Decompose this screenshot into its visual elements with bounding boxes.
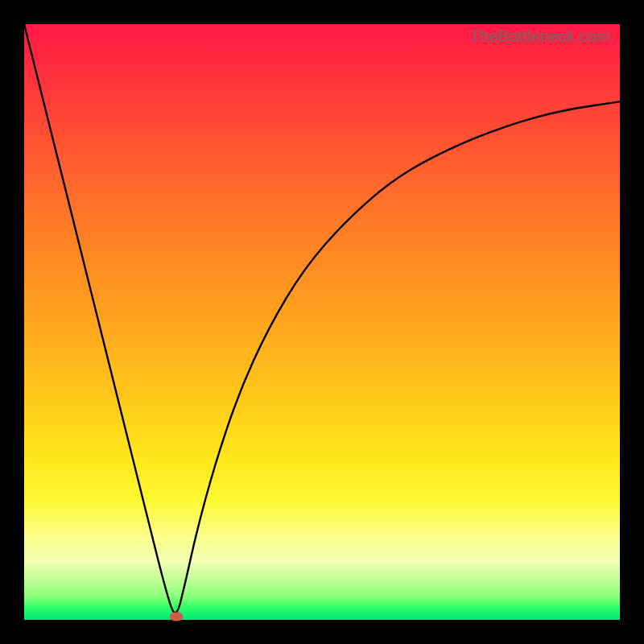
minimum-marker (170, 613, 183, 621)
plot-area: TheBottleneck.com (24, 24, 620, 620)
chart-frame: TheBottleneck.com (0, 0, 644, 644)
bottleneck-curve (24, 24, 620, 620)
